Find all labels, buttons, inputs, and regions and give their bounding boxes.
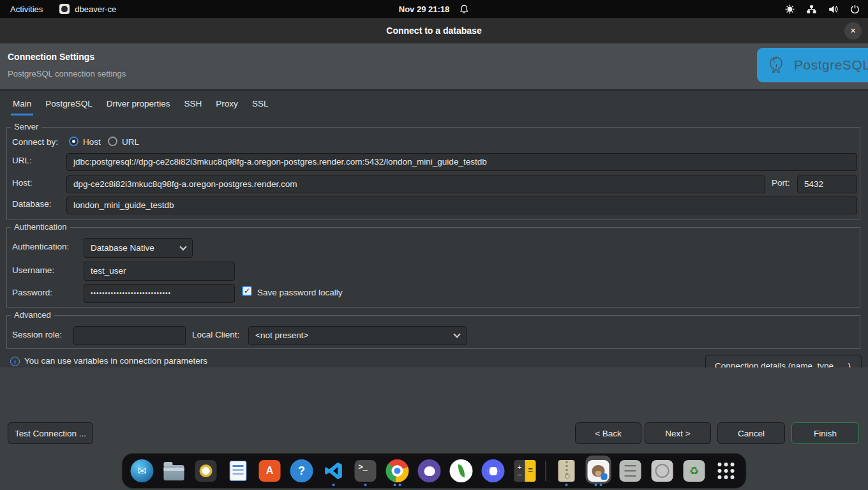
dock-discord[interactable] (479, 455, 507, 487)
dock-github-desktop[interactable] (415, 455, 444, 487)
dock-thunderbird[interactable]: ✉ (128, 455, 156, 487)
focused-app-menu[interactable]: dbeaver-ce (59, 4, 116, 14)
info-text: You can use variables in connection para… (24, 356, 207, 366)
disk-icon (652, 460, 673, 482)
dock-files[interactable] (160, 455, 188, 487)
dock-calculator[interactable]: +−= (511, 455, 539, 487)
archive-icon (558, 460, 575, 482)
dock-ubuntu-software[interactable]: A (256, 455, 284, 487)
rhythmbox-icon (195, 460, 217, 482)
local-client-label: Local Client: (192, 330, 239, 339)
save-password-checkbox[interactable]: ✓ (242, 286, 252, 296)
dock-libreoffice-writer[interactable] (224, 455, 252, 487)
dock-disk-utility[interactable] (648, 455, 677, 487)
activities-button[interactable]: Activities (10, 4, 43, 14)
tab-bar: Main PostgreSQL Driver properties SSH Pr… (13, 99, 268, 115)
thunderbird-icon: ✉ (131, 459, 154, 482)
session-role-input[interactable] (73, 326, 186, 345)
url-input[interactable]: jdbc:postgresql://dpg-ce2c8i82i3mkuc8q98… (66, 153, 857, 171)
dialog-header: Connection Settings PostgreSQL connectio… (0, 43, 868, 90)
local-client-select[interactable]: <not present> (248, 326, 467, 345)
radio-host[interactable] (69, 137, 79, 146)
test-connection-button[interactable]: Test Connection ... (8, 422, 93, 444)
save-password-label[interactable]: Save password locally (257, 288, 343, 297)
dock-trash[interactable]: ♻ (680, 455, 708, 487)
postgresql-logo: PostgreSQL (757, 48, 868, 82)
next-button[interactable]: Next > (645, 422, 711, 444)
radio-url-label[interactable]: URL (122, 137, 139, 147)
tab-proxy[interactable]: Proxy (216, 99, 238, 115)
writer-icon (229, 461, 246, 481)
software-list-icon (620, 460, 641, 482)
url-label: URL: (12, 156, 32, 165)
radio-host-label[interactable]: Host (83, 137, 101, 147)
chevron-down-icon (179, 243, 186, 250)
info-icon: i (10, 357, 20, 366)
dock-dbeaver[interactable] (585, 455, 613, 487)
database-input[interactable]: london_mini_guide_testdb (66, 197, 857, 214)
dock-mongodb-compass[interactable] (447, 455, 475, 487)
page-title: Connection Settings (8, 52, 94, 62)
clock-label: Nov 29 21:18 (399, 4, 450, 14)
authentication-label: Authentication: (12, 242, 69, 251)
authentication-group: Authentication Authentication: Database … (6, 227, 860, 308)
tab-main[interactable]: Main (13, 99, 31, 115)
dock-vscode[interactable] (320, 455, 348, 487)
dbeaver-icon (588, 460, 610, 482)
network-icon (806, 4, 817, 15)
page-subtitle: PostgreSQL connection settings (8, 69, 126, 78)
radio-url[interactable] (108, 137, 117, 146)
top-bar: Activities dbeaver-ce Nov 29 21:18 (0, 0, 868, 18)
mongodb-icon (450, 459, 473, 482)
username-input[interactable]: test_user (84, 262, 235, 281)
volume-icon (828, 4, 839, 15)
local-client-select-value: <not present> (255, 330, 308, 340)
finish-button[interactable]: Finish (791, 422, 859, 444)
bell-icon (458, 4, 469, 15)
system-status-area[interactable] (784, 4, 860, 15)
tab-ssl[interactable]: SSL (252, 99, 269, 115)
focused-app-label: dbeaver-ce (75, 4, 116, 14)
dock-chrome[interactable] (384, 455, 412, 487)
tab-postgresql[interactable]: PostgreSQL (45, 99, 93, 115)
cancel-button[interactable]: Cancel (717, 422, 785, 444)
terminal-icon: >_ (355, 460, 377, 482)
password-input[interactable]: •••••••••••••••••••••••••••• (84, 284, 235, 303)
tab-driver-properties[interactable]: Driver properties (107, 99, 170, 115)
dock-app-grid[interactable] (712, 455, 740, 487)
postgresql-logo-text: PostgreSQL (794, 57, 868, 73)
power-icon (849, 4, 860, 15)
connect-by-label: Connect by: (12, 137, 58, 147)
dialog-title-bar: Connect to a database × (0, 18, 868, 43)
password-label: Password: (12, 288, 52, 297)
authentication-select-value: Database Native (91, 243, 154, 253)
dock-terminal[interactable]: >_ (352, 455, 380, 487)
dialog-content: Main PostgreSQL Driver properties SSH Pr… (0, 90, 868, 368)
calculator-icon: +−= (514, 459, 537, 482)
help-icon: ? (290, 459, 313, 482)
tab-ssh[interactable]: SSH (184, 99, 202, 115)
username-label: Username: (12, 265, 54, 275)
back-button[interactable]: < Back (575, 422, 641, 444)
server-group-legend: Server (11, 122, 41, 131)
app-grid-icon (718, 463, 735, 479)
dock-help[interactable]: ? (288, 455, 316, 487)
host-input[interactable]: dpg-ce2c8i82i3mkuc8q98fg-a.oregon-postgr… (66, 175, 765, 193)
clock-menu[interactable]: Nov 29 21:18 (399, 4, 470, 15)
dialog-title: Connect to a database (0, 18, 868, 43)
dock: ✉ A ? >_ +−= ♻ (122, 453, 747, 489)
brightness-icon (784, 4, 795, 15)
authentication-select[interactable]: Database Native (84, 238, 193, 258)
discord-icon (482, 459, 505, 482)
connection-details-button[interactable]: Connection details (name, type, ... ) (705, 355, 862, 368)
advanced-group-legend: Advanced (11, 310, 54, 320)
trash-recycle-icon: ♻ (684, 460, 705, 482)
dock-archive-manager[interactable] (553, 455, 581, 487)
dock-software-list[interactable] (617, 455, 645, 487)
dbeaver-app-icon (59, 4, 70, 14)
port-input[interactable]: 5432 (797, 175, 857, 193)
advanced-group: Advanced Session role: Local Client: <no… (6, 315, 860, 349)
close-icon[interactable]: × (844, 22, 862, 40)
session-role-label: Session role: (12, 330, 62, 339)
dock-rhythmbox[interactable] (192, 455, 220, 487)
